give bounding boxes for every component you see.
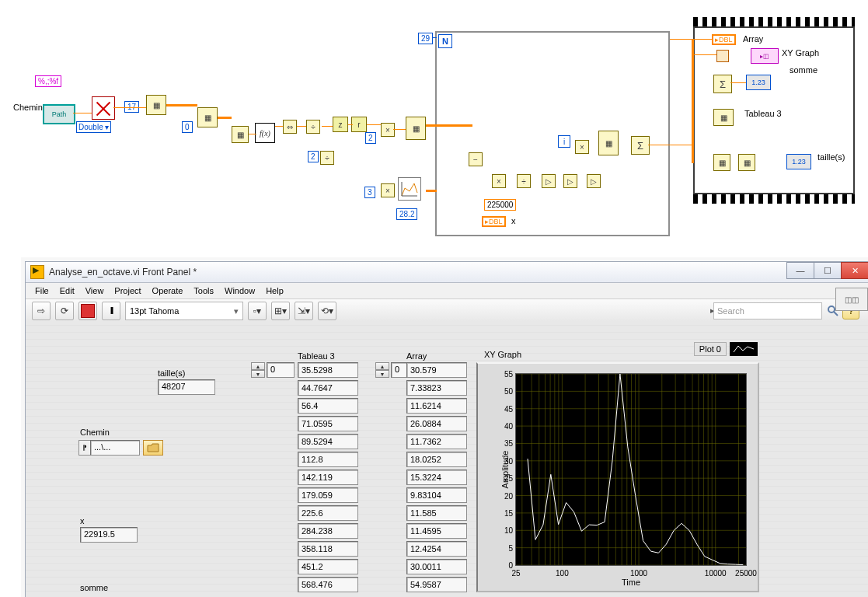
- front-panel-client[interactable]: taille(s) 48207 Chemin ⁋ ...\... x 22919…: [26, 322, 868, 597]
- legend-plot0-glyph[interactable]: [730, 342, 758, 356]
- window-titlebar[interactable]: Analyse_en_octave.vi Front Panel *: [26, 262, 868, 283]
- array-cell: 284.238: [298, 523, 358, 539]
- array-cell: 451.2: [298, 559, 358, 574]
- array-cell: 568.476: [298, 577, 358, 592]
- path-control-icon[interactable]: Path: [43, 104, 75, 124]
- array-cell: 44.7647: [298, 380, 358, 396]
- tableau3-index[interactable]: 0: [267, 362, 295, 378]
- bundle-node[interactable]: [716, 50, 729, 62]
- chemin-path-control[interactable]: ⁋ ...\...: [78, 440, 163, 456]
- for-loop[interactable]: N i: [435, 31, 670, 236]
- const-225000[interactable]: 225000: [484, 199, 516, 211]
- double-ring[interactable]: Double ▾: [76, 121, 111, 133]
- array-cell: 35.5298: [298, 362, 358, 378]
- r-block[interactable]: r: [351, 117, 367, 132]
- sum-node-1[interactable]: Σ: [631, 136, 650, 155]
- index-array-node-2[interactable]: ▦: [197, 107, 218, 127]
- index-array-node-3[interactable]: ▦: [738, 154, 755, 171]
- tableau3-header: Tableau 3: [298, 351, 335, 361]
- menu-window[interactable]: Window: [220, 285, 260, 297]
- op-node-a[interactable]: ▷: [542, 174, 556, 188]
- menu-file[interactable]: File: [30, 285, 54, 297]
- menu-operate[interactable]: Operate: [148, 285, 188, 297]
- xy-graph-term[interactable]: ▸◫: [751, 48, 779, 64]
- align-button[interactable]: ▫▾: [248, 302, 267, 320]
- run-button[interactable]: ⇨: [32, 302, 51, 320]
- array-cell: 71.0595: [298, 416, 358, 431]
- menu-help[interactable]: Help: [261, 285, 288, 297]
- multiply-node-3[interactable]: ×: [492, 174, 506, 188]
- menu-project[interactable]: Project: [110, 285, 145, 297]
- sum-node-2[interactable]: Σ: [713, 75, 732, 93]
- array-size-node-2[interactable]: ▦: [713, 154, 730, 171]
- tableau3-label: Tableau 3: [744, 109, 782, 118]
- spin-down-icon[interactable]: ▼: [251, 370, 265, 378]
- z-block[interactable]: z: [333, 117, 348, 132]
- chemin-label: Chemin: [80, 428, 110, 437]
- array-cell: 54.9587: [406, 577, 467, 592]
- somme-indicator-term[interactable]: 1.23: [746, 75, 771, 90]
- const-2a[interactable]: 2: [365, 132, 376, 144]
- multiply-node-4[interactable]: ×: [575, 140, 589, 154]
- for-N-terminal[interactable]: N: [438, 34, 452, 48]
- xy-graph-indicator[interactable]: Plot 0 Amplitude Time 051015202530354045…: [476, 362, 759, 592]
- y-tick-label: 40: [494, 422, 513, 431]
- array-size-node[interactable]: ▦: [232, 126, 249, 143]
- menu-tools[interactable]: Tools: [189, 285, 218, 297]
- browse-button[interactable]: [143, 440, 163, 456]
- multiply-node-2[interactable]: ×: [381, 183, 395, 197]
- index-array-node-1[interactable]: ▦: [146, 95, 166, 115]
- search-input[interactable]: Search: [713, 302, 822, 319]
- spin-down-icon[interactable]: ▼: [375, 370, 389, 378]
- resize-button[interactable]: ⇲▾: [295, 302, 313, 320]
- const-2b[interactable]: 2: [308, 151, 319, 162]
- array-cell: 11.6214: [406, 398, 467, 414]
- tableau3-index-spinner[interactable]: ▲ ▼: [251, 362, 265, 378]
- window-close-button[interactable]: ✕: [841, 262, 868, 279]
- formula-node[interactable]: f(x): [255, 123, 275, 143]
- format-string-const[interactable]: %,;%f: [35, 75, 61, 87]
- menu-view[interactable]: View: [81, 285, 109, 297]
- read-spreadsheet-node[interactable]: [92, 96, 115, 120]
- plot-area[interactable]: Amplitude Time 0510152025303540455055251…: [515, 373, 747, 566]
- build-array-node-2[interactable]: ▦: [598, 131, 619, 155]
- array-column: 30.5797.3382311.621426.088411.736218.025…: [406, 362, 467, 592]
- window-minimize-button[interactable]: —: [786, 262, 814, 279]
- chemin-path-value[interactable]: ...\...: [90, 440, 140, 456]
- x-indicator-term[interactable]: ▸DBL: [482, 216, 506, 227]
- divide-node-2[interactable]: ÷: [320, 151, 334, 165]
- abort-button[interactable]: [78, 302, 97, 320]
- pause-button[interactable]: II: [102, 302, 120, 320]
- distribute-button[interactable]: ⊞▾: [271, 302, 290, 320]
- const-29[interactable]: 29: [418, 33, 433, 44]
- reorder-button[interactable]: ⟲▾: [318, 302, 336, 320]
- spin-up-icon[interactable]: ▲: [375, 362, 389, 370]
- divide-node-1[interactable]: ÷: [306, 120, 320, 134]
- menubar[interactable]: File Edit View Project Operate Tools Win…: [26, 283, 868, 299]
- array-index-spinner[interactable]: ▲ ▼: [375, 362, 389, 378]
- divide-node-3[interactable]: ÷: [517, 174, 531, 188]
- graph-vi-node[interactable]: [398, 177, 421, 201]
- run-cont-button[interactable]: ⟳: [55, 302, 74, 320]
- x-axis-label: Time: [622, 578, 640, 587]
- build-array-node-1[interactable]: ▦: [406, 117, 426, 140]
- const-0[interactable]: 0: [182, 121, 193, 133]
- window-maximize-button[interactable]: ☐: [814, 262, 842, 279]
- op-node-b[interactable]: ▷: [563, 174, 577, 188]
- multiply-node-1[interactable]: ×: [381, 123, 395, 137]
- const-28-2[interactable]: 28.2: [396, 208, 417, 220]
- subtract-node[interactable]: −: [469, 152, 483, 166]
- legend-plot0-label[interactable]: Plot 0: [694, 342, 727, 356]
- const-3[interactable]: 3: [364, 187, 375, 198]
- tableau3-term[interactable]: ▦: [713, 109, 734, 126]
- taille-indicator-term[interactable]: 1.23: [786, 154, 811, 169]
- x-label: x: [80, 516, 85, 525]
- array-term[interactable]: ▸DBL: [712, 34, 736, 45]
- spin-up-icon[interactable]: ▲: [251, 362, 265, 370]
- op-node-c[interactable]: ▷: [587, 174, 601, 188]
- path-prefix-icon[interactable]: ⁋: [78, 440, 91, 456]
- menu-edit[interactable]: Edit: [55, 285, 79, 297]
- compare-node[interactable]: ⇔: [283, 120, 297, 134]
- font-selector[interactable]: 13pt Tahoma▾: [125, 302, 243, 320]
- plot-legend[interactable]: Plot 0: [694, 342, 758, 356]
